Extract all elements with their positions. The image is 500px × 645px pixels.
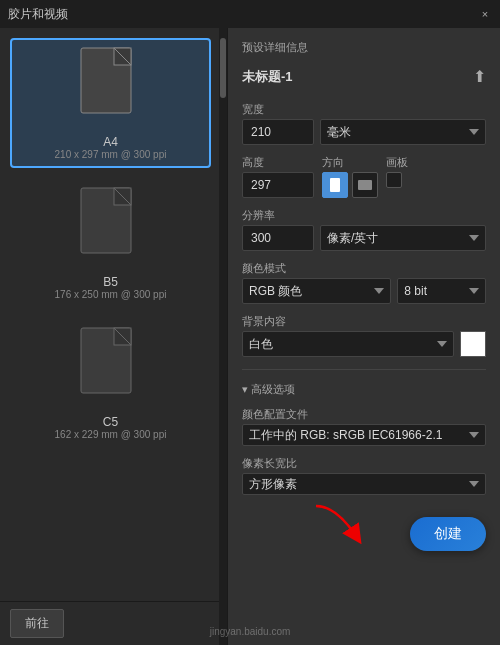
- color-profile-label: 颜色配置文件: [242, 407, 486, 422]
- background-controls: 白色 黑色 透明: [242, 331, 486, 357]
- preset-size-b5: 176 x 250 mm @ 300 ppi: [55, 289, 167, 300]
- resolution-input[interactable]: [242, 225, 314, 251]
- doc-shape-b5: [76, 186, 146, 271]
- scrollbar[interactable]: [219, 28, 227, 645]
- artboard-label: 画板: [386, 155, 408, 170]
- orientation-group: [322, 172, 378, 198]
- preset-size-a4: 210 x 297 mm @ 300 ppi: [55, 149, 167, 160]
- advanced-toggle[interactable]: ▾ 高级选项: [242, 382, 486, 397]
- preset-item-a4[interactable]: A4 210 x 297 mm @ 300 ppi: [10, 38, 211, 168]
- height-orientation-row: 高度 方向: [242, 155, 486, 198]
- preset-size-c5: 162 x 229 mm @ 300 ppi: [55, 429, 167, 440]
- pixel-aspect-select[interactable]: 方形像素: [242, 473, 486, 495]
- resolution-controls: 像素/英寸 像素/厘米: [242, 225, 486, 251]
- preset-name-c5: C5: [103, 415, 118, 429]
- preset-detail-name: 未标题-1: [242, 68, 293, 86]
- preset-name-b5: B5: [103, 275, 118, 289]
- height-field-row: 高度: [242, 155, 314, 198]
- left-panel: A4 210 x 297 mm @ 300 ppi B5 176 x 250 m…: [0, 28, 228, 645]
- preset-item-c5[interactable]: C5 162 x 229 mm @ 300 ppi: [10, 318, 211, 448]
- main-container: A4 210 x 297 mm @ 300 ppi B5 176 x 250 m…: [0, 28, 500, 645]
- portrait-icon: [329, 177, 341, 193]
- resolution-label: 分辨率: [242, 208, 486, 223]
- section-title: 预设详细信息: [242, 40, 486, 55]
- height-input[interactable]: [242, 172, 314, 198]
- preset-item-b5[interactable]: B5 176 x 250 mm @ 300 ppi: [10, 178, 211, 308]
- scroll-thumb: [220, 38, 226, 98]
- background-color-swatch[interactable]: [460, 331, 486, 357]
- orientation-field-row: 方向: [322, 155, 378, 198]
- divider: [242, 369, 486, 370]
- width-input[interactable]: [242, 119, 314, 145]
- background-select[interactable]: 白色 黑色 透明: [242, 331, 454, 357]
- preset-icon-a4: [76, 46, 146, 131]
- landscape-button[interactable]: [352, 172, 378, 198]
- svg-rect-9: [330, 178, 340, 192]
- dialog-title: 胶片和视频: [8, 6, 68, 23]
- background-field-row: 背景内容 白色 黑色 透明: [242, 314, 486, 357]
- doc-shape-a4: [76, 46, 146, 131]
- width-label: 宽度: [242, 102, 486, 117]
- color-profile-select[interactable]: 工作中的 RGB: sRGB IEC61966-2.1: [242, 424, 486, 446]
- pixel-aspect-label: 像素长宽比: [242, 456, 486, 471]
- window-controls: ×: [478, 7, 492, 21]
- title-bar: 胶片和视频 ×: [0, 0, 500, 28]
- preset-icon-c5: [76, 326, 146, 411]
- create-button[interactable]: 创建: [410, 517, 486, 551]
- left-bottom-nav: 前往: [0, 601, 227, 645]
- pixel-aspect-field-row: 像素长宽比 方形像素: [242, 456, 486, 495]
- resolution-field-row: 分辨率 像素/英寸 像素/厘米: [242, 208, 486, 251]
- artboard-checkbox[interactable]: [386, 172, 402, 188]
- arrow-annotation: [306, 501, 386, 551]
- width-unit-select[interactable]: 毫米 像素 英寸: [320, 119, 486, 145]
- width-controls: 毫米 像素 英寸: [242, 119, 486, 145]
- prev-button[interactable]: 前往: [10, 609, 64, 638]
- right-panel: 预设详细信息 未标题-1 ⬆ 宽度 毫米 像素 英寸 高度: [228, 28, 500, 645]
- save-preset-icon[interactable]: ⬆: [473, 67, 486, 86]
- preset-name-a4: A4: [103, 135, 118, 149]
- presets-list: A4 210 x 297 mm @ 300 ppi B5 176 x 250 m…: [0, 28, 227, 601]
- create-button-area: 创建: [242, 513, 486, 551]
- background-label: 背景内容: [242, 314, 486, 329]
- color-mode-controls: RGB 颜色 CMYK 颜色 灰度 8 bit 16 bit 32 bit: [242, 278, 486, 304]
- svg-rect-10: [358, 180, 372, 190]
- width-field-row: 宽度 毫米 像素 英寸: [242, 102, 486, 145]
- advanced-toggle-label: ▾ 高级选项: [242, 382, 295, 397]
- landscape-icon: [357, 179, 373, 191]
- doc-shape-c5: [76, 326, 146, 411]
- orientation-label: 方向: [322, 155, 378, 170]
- color-profile-field-row: 颜色配置文件 工作中的 RGB: sRGB IEC61966-2.1: [242, 407, 486, 446]
- close-button[interactable]: ×: [478, 7, 492, 21]
- color-mode-field-row: 颜色模式 RGB 颜色 CMYK 颜色 灰度 8 bit 16 bit 32 b…: [242, 261, 486, 304]
- height-label: 高度: [242, 155, 314, 170]
- preset-icon-b5: [76, 186, 146, 271]
- bit-depth-select[interactable]: 8 bit 16 bit 32 bit: [397, 278, 486, 304]
- preset-detail-header: 未标题-1 ⬆: [242, 67, 486, 86]
- color-mode-label: 颜色模式: [242, 261, 486, 276]
- portrait-button[interactable]: [322, 172, 348, 198]
- color-mode-select[interactable]: RGB 颜色 CMYK 颜色 灰度: [242, 278, 391, 304]
- artboard-field-row: 画板: [386, 155, 408, 198]
- resolution-unit-select[interactable]: 像素/英寸 像素/厘米: [320, 225, 486, 251]
